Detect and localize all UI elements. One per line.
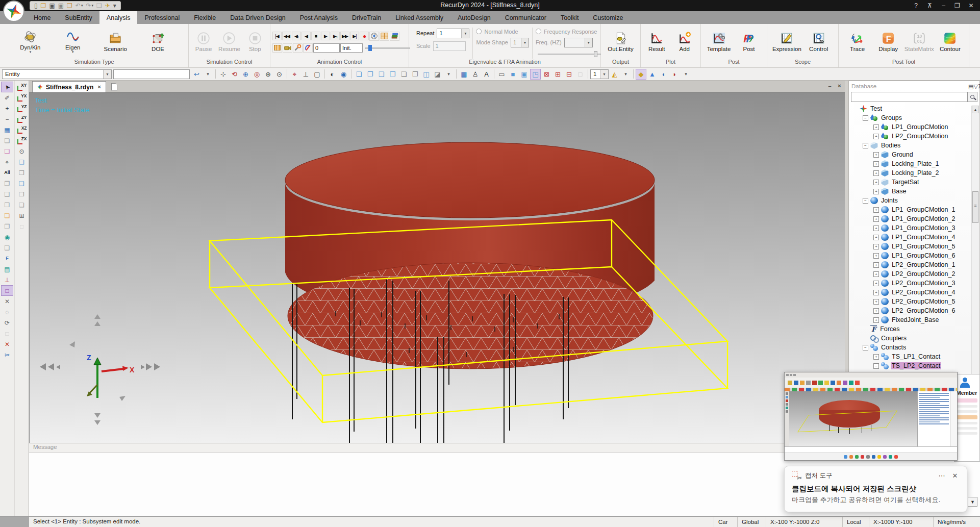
ribbon-expression-button[interactable]: Expression <box>772 32 801 52</box>
tree-item-bodies[interactable]: −Bodies <box>849 141 979 150</box>
cube-tool-5-button[interactable]: ❑ <box>1 242 13 253</box>
expand-minus-icon[interactable]: − <box>873 363 879 369</box>
go-to-end-button[interactable]: ▶| <box>350 32 359 40</box>
scrollbar-thumb[interactable] <box>972 191 978 223</box>
frame-state-input[interactable] <box>340 43 363 53</box>
render-level-select[interactable]: 1▼ <box>590 69 609 79</box>
zoom-in-button[interactable]: ⊕ <box>263 69 273 80</box>
cross-tool-button[interactable]: ✕ <box>1 296 13 307</box>
film-strip-button[interactable] <box>272 43 282 53</box>
camera-button[interactable] <box>283 43 292 53</box>
animation-disable-button[interactable] <box>303 43 313 53</box>
database-search-input[interactable] <box>851 92 968 102</box>
member-window[interactable]: Member <box>954 374 980 462</box>
new-document-button[interactable] <box>111 81 117 92</box>
tree-item-lp1-groupcmotion-1[interactable]: +LP1_GroupCMotion_1 <box>849 205 979 214</box>
function-tool-button[interactable]: F <box>1 253 13 264</box>
view-left-button[interactable]: ❑ <box>376 69 387 80</box>
expand-plus-icon[interactable]: + <box>873 281 879 286</box>
menu-tab-professional[interactable]: Professional <box>137 11 187 24</box>
tree-item-lp1-groupcmotion-6[interactable]: +LP1_GroupCMotion_6 <box>849 251 979 260</box>
ribbon-display-button[interactable]: FDisplay <box>874 32 902 52</box>
ghost-mode-button[interactable]: □ <box>575 69 586 80</box>
expand-plus-icon[interactable]: + <box>873 290 879 295</box>
import-button[interactable]: ❏ <box>95 2 103 10</box>
ribbon-pause-button[interactable]: Pause <box>191 32 216 52</box>
record-button[interactable]: ● <box>360 32 369 40</box>
tree-item-ground[interactable]: +Ground <box>849 150 979 159</box>
tabbar-close-button[interactable]: ✕ <box>836 82 843 90</box>
annotation-text-button[interactable]: A <box>481 69 492 80</box>
rotate-cw-button[interactable]: ⟳ <box>1 317 13 328</box>
tree-item-targetsat[interactable]: +TargetSat <box>849 178 979 187</box>
tree-item-lp2-groupcmotion-3[interactable]: +LP2_GroupCMotion_3 <box>849 279 979 288</box>
hidden-edge-mode-button[interactable]: ◳ <box>530 69 541 80</box>
tree-item-forces[interactable]: FForces <box>849 324 979 334</box>
tree-item-lp2-groupcmotion-6[interactable]: +LP2_GroupCMotion_6 <box>849 306 979 315</box>
close-button[interactable]: ✕ <box>964 0 978 11</box>
expand-plus-icon[interactable]: + <box>873 271 879 277</box>
minimize-button[interactable]: – <box>937 0 950 11</box>
box-zoom-button[interactable]: ⊞ <box>16 210 28 221</box>
recurdyn-logo[interactable] <box>3 1 24 22</box>
toolbar-overflow-button[interactable]: ▾ <box>681 69 691 80</box>
db-filter-icon[interactable]: ▽ <box>973 83 977 89</box>
render-box-button[interactable]: ❏ <box>1 146 13 157</box>
bounding-box-button[interactable]: ▢ <box>312 69 322 80</box>
ribbon-eigen-button[interactable]: Eigen▾ <box>59 30 87 54</box>
view-back-button[interactable]: ❐ <box>365 69 375 80</box>
menu-tab-customize[interactable]: Customize <box>586 11 630 24</box>
view-dropdown-button[interactable]: ▾ <box>443 69 454 80</box>
snipping-tool-toast[interactable]: 캡처 도구 ⋯ ✕ 클립보드에 복사되어 저장된 스크린샷 마크업을 추가하고 … <box>784 466 967 512</box>
menu-tab-linked-assembly[interactable]: Linked Assembly <box>388 11 450 24</box>
save-button[interactable]: ▣ <box>48 2 56 10</box>
tree-item-joints[interactable]: −Joints <box>849 196 979 205</box>
expand-plus-icon[interactable]: + <box>873 180 879 185</box>
expand-plus-icon[interactable]: + <box>873 244 879 249</box>
tree-item-contacts[interactable]: −Contacts <box>849 343 979 352</box>
help-button[interactable]: ? <box>909 0 923 11</box>
status-segment-car[interactable]: Car <box>714 517 737 527</box>
select-arrow-button[interactable]: ➤ <box>1 82 13 92</box>
expand-plus-icon[interactable]: + <box>873 308 879 314</box>
ghost-cube-button[interactable]: □ <box>16 221 28 232</box>
ribbon-contour-button[interactable]: Contour <box>936 32 964 52</box>
tree-item-lp2-groupcmotion[interactable]: +LP2_GroupCMotion <box>849 132 979 141</box>
ribbon-result-button[interactable]: Result <box>643 32 671 52</box>
db-pin-icon[interactable]: ⊼ <box>978 83 980 89</box>
db-report-icon[interactable]: ▤ <box>968 83 973 89</box>
iso-cube-1-button[interactable]: ❏ <box>16 157 28 167</box>
tree-item-test[interactable]: Test <box>849 104 979 113</box>
cube-tool-2-button[interactable]: ❑ <box>1 189 13 199</box>
ribbon-scenario-button[interactable]: Scenario <box>101 32 130 52</box>
viewport-canvas[interactable]: Z X Test Time = Initial State <box>29 93 845 443</box>
menu-tab-drivetrain[interactable]: DriveTrain <box>345 11 388 24</box>
go-to-start-button[interactable]: |◀ <box>272 32 282 40</box>
shaded-edge-mode-button[interactable]: ▣ <box>519 69 530 80</box>
ribbon-trace-button[interactable]: Trace <box>843 32 872 52</box>
contact-wire-2-button[interactable]: ⊞ <box>552 69 563 80</box>
expand-plus-icon[interactable]: + <box>873 354 879 360</box>
undo-button[interactable]: ↶▾ <box>74 2 84 10</box>
save-as-button[interactable]: ▣ <box>57 2 65 10</box>
redo-button[interactable]: ↷▾ <box>85 2 94 10</box>
pan-tool-button[interactable]: ⊹ <box>218 69 229 80</box>
cube-tool-3-button[interactable]: ❒ <box>1 199 13 210</box>
tree-item-lp2-groupcmotion-5[interactable]: +LP2_GroupCMotion_5 <box>849 297 979 306</box>
play-backward-button[interactable]: ◀ <box>301 32 311 40</box>
select-remove-button[interactable]: − <box>1 114 13 124</box>
apply-previous-button[interactable]: ↩ <box>191 69 202 80</box>
cube-tool-orange-button[interactable]: ❏ <box>1 210 13 221</box>
ribbon-post-button[interactable]: PPPost <box>735 32 763 52</box>
play-forward-button[interactable]: ▶ <box>321 32 330 40</box>
scroll-up-icon[interactable]: ▲ <box>972 106 979 113</box>
menu-tab-subentity[interactable]: SubEntity <box>58 11 99 24</box>
expand-plus-icon[interactable]: + <box>873 262 879 268</box>
view-zy-button[interactable]: ZY <box>16 114 28 124</box>
message-scroll-down-button[interactable]: ▼ <box>968 497 977 507</box>
open-file-button[interactable]: ❒ <box>40 2 47 10</box>
inertia-display-button[interactable]: ▲ <box>647 69 658 80</box>
iso-cube-3-button[interactable]: ❑ <box>16 178 28 189</box>
expand-minus-icon[interactable]: − <box>863 143 868 148</box>
step-backward-button[interactable]: ◀₁ <box>292 32 301 40</box>
